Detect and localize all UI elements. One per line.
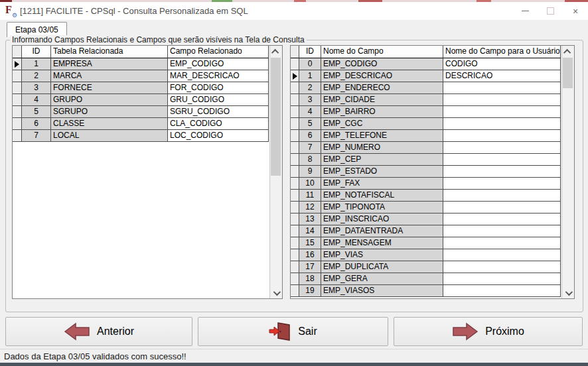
cell[interactable]: 7 bbox=[22, 130, 51, 142]
cell[interactable]: LOCAL bbox=[51, 130, 168, 142]
cell[interactable]: EMP_CIDADE bbox=[321, 94, 443, 106]
table-row[interactable]: 6CLASSECLA_CODIGO bbox=[13, 118, 269, 130]
cell[interactable] bbox=[443, 190, 561, 202]
table-row[interactable]: 14EMP_DATAENTRADA bbox=[291, 225, 561, 237]
cell[interactable]: 10 bbox=[299, 178, 321, 190]
cell[interactable]: MARCA bbox=[51, 70, 168, 82]
table-row[interactable]: 16EMP_VIAS bbox=[291, 249, 561, 261]
cell[interactable]: EMP_TELEFONE bbox=[321, 130, 443, 142]
cell[interactable] bbox=[443, 249, 561, 261]
cell[interactable]: FOR_CODIGO bbox=[168, 82, 269, 94]
scrollbar-track[interactable] bbox=[270, 57, 282, 287]
cell[interactable]: EMP_NOTAFISCAL bbox=[321, 190, 443, 202]
cell[interactable] bbox=[443, 82, 561, 94]
cell[interactable]: 13 bbox=[299, 213, 321, 225]
cell[interactable]: 5 bbox=[22, 106, 51, 118]
table-row[interactable]: 19EMP_VIASOS bbox=[291, 285, 561, 297]
scroll-up-button[interactable] bbox=[270, 46, 282, 57]
cell[interactable]: CLASSE bbox=[51, 118, 168, 130]
anterior-button[interactable]: Anterior bbox=[5, 317, 192, 346]
cell[interactable]: LOC_CODIGO bbox=[168, 130, 269, 142]
vertical-scrollbar[interactable] bbox=[269, 46, 282, 298]
sair-button[interactable]: Sair bbox=[198, 317, 388, 346]
table-row[interactable]: 5EMP_CGC bbox=[291, 118, 561, 130]
cell[interactable]: 7 bbox=[299, 142, 321, 154]
scroll-down-button[interactable] bbox=[270, 287, 282, 298]
cell[interactable]: EMP_ENDERECO bbox=[321, 82, 443, 94]
cell[interactable]: 5 bbox=[299, 118, 321, 130]
cell[interactable]: 16 bbox=[299, 249, 321, 261]
close-button[interactable]: × bbox=[563, 2, 588, 20]
table-row[interactable]: 4GRUPOGRU_CODIGO bbox=[13, 94, 269, 106]
table-row[interactable]: 7EMP_NUMERO bbox=[291, 142, 561, 154]
table-row[interactable]: 6EMP_TELEFONE bbox=[291, 130, 561, 142]
table-row[interactable]: 0EMP_CODIGOCODIGO bbox=[291, 58, 561, 70]
cell[interactable]: 1 bbox=[299, 70, 321, 82]
cell[interactable]: GRU_CODIGO bbox=[168, 94, 269, 106]
table-row[interactable]: 5SGRUPOSGRU_CODIGO bbox=[13, 106, 269, 118]
maximize-button[interactable] bbox=[538, 2, 563, 20]
cell[interactable]: SGRUPO bbox=[51, 106, 168, 118]
table-row[interactable]: 15EMP_MENSAGEM bbox=[291, 237, 561, 249]
cell[interactable]: EMP_CODIGO bbox=[168, 58, 269, 70]
cell[interactable]: 8 bbox=[299, 154, 321, 166]
table-row[interactable]: 13EMP_INSCRICAO bbox=[291, 213, 561, 225]
table-row[interactable]: 7LOCALLOC_CODIGO bbox=[13, 130, 269, 142]
cell[interactable] bbox=[443, 237, 561, 249]
cell[interactable] bbox=[443, 285, 561, 297]
table-row[interactable]: 1EMP_DESCRICAODESCRICAO bbox=[291, 70, 561, 82]
cell[interactable]: EMP_ESTADO bbox=[321, 166, 443, 178]
cell[interactable]: 15 bbox=[299, 237, 321, 249]
cell[interactable]: EMP_GERA bbox=[321, 273, 443, 285]
table-row[interactable]: 11EMP_NOTAFISCAL bbox=[291, 190, 561, 202]
proximo-button[interactable]: Próximo bbox=[394, 317, 583, 346]
cell[interactable]: EMP_DUPLICATA bbox=[321, 261, 443, 273]
table-row[interactable]: 10EMP_FAX bbox=[291, 178, 561, 190]
scrollbar-track[interactable] bbox=[562, 57, 574, 287]
cell[interactable] bbox=[443, 118, 561, 130]
cell[interactable]: EMP_INSCRICAO bbox=[321, 213, 443, 225]
cell[interactable]: 3 bbox=[299, 94, 321, 106]
cell[interactable]: 4 bbox=[299, 106, 321, 118]
cell[interactable]: 2 bbox=[299, 82, 321, 94]
cell[interactable]: EMP_FAX bbox=[321, 178, 443, 190]
table-row[interactable]: 2EMP_ENDERECO bbox=[291, 82, 561, 94]
cell[interactable]: CLA_CODIGO bbox=[168, 118, 269, 130]
scroll-up-button[interactable] bbox=[562, 46, 574, 57]
cell[interactable] bbox=[443, 166, 561, 178]
cell[interactable] bbox=[443, 142, 561, 154]
cell[interactable]: 3 bbox=[22, 82, 51, 94]
cell[interactable]: EMP_NUMERO bbox=[321, 142, 443, 154]
cell[interactable]: EMP_DATAENTRADA bbox=[321, 225, 443, 237]
table-row[interactable]: 17EMP_DUPLICATA bbox=[291, 261, 561, 273]
table-row[interactable]: 9EMP_ESTADO bbox=[291, 166, 561, 178]
table-row[interactable]: 2MARCAMAR_DESCRICAO bbox=[13, 70, 269, 82]
minimize-button[interactable] bbox=[512, 2, 538, 20]
cell[interactable] bbox=[443, 202, 561, 213]
cell[interactable]: CODIGO bbox=[443, 58, 561, 70]
cell[interactable] bbox=[443, 106, 561, 118]
cell[interactable]: DESCRICAO bbox=[443, 70, 561, 82]
cell[interactable] bbox=[443, 225, 561, 237]
cell[interactable]: EMP_CEP bbox=[321, 154, 443, 166]
table-row[interactable]: 1EMPRESAEMP_CODIGO bbox=[13, 58, 269, 70]
cell[interactable]: EMP_CODIGO bbox=[321, 58, 443, 70]
cell[interactable] bbox=[443, 273, 561, 285]
vertical-scrollbar[interactable] bbox=[561, 46, 574, 298]
cell[interactable]: 12 bbox=[299, 202, 321, 213]
cell[interactable]: 11 bbox=[299, 190, 321, 202]
cell[interactable] bbox=[443, 94, 561, 106]
table-row[interactable]: 8EMP_CEP bbox=[291, 154, 561, 166]
cell[interactable]: EMP_TIPONOTA bbox=[321, 202, 443, 213]
cell[interactable]: 14 bbox=[299, 225, 321, 237]
cell[interactable] bbox=[443, 130, 561, 142]
scrollbar-thumb[interactable] bbox=[271, 58, 281, 176]
cell[interactable]: FORNECE bbox=[51, 82, 168, 94]
cell[interactable] bbox=[443, 261, 561, 273]
cell[interactable]: 1 bbox=[22, 58, 51, 70]
cell[interactable]: GRUPO bbox=[51, 94, 168, 106]
cell[interactable]: EMP_BAIRRO bbox=[321, 106, 443, 118]
cell[interactable]: 2 bbox=[22, 70, 51, 82]
cell[interactable]: EMP_DESCRICAO bbox=[321, 70, 443, 82]
cell[interactable]: EMP_VIASOS bbox=[321, 285, 443, 297]
